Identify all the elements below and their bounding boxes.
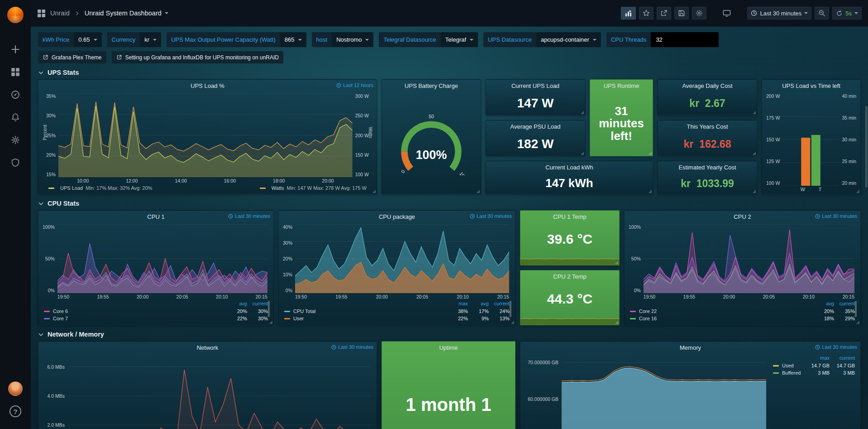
save-button[interactable] <box>674 7 689 19</box>
legend-item-core22[interactable]: Core 2220%35% <box>630 308 855 315</box>
panel-resize-handle[interactable] <box>753 111 756 114</box>
legend-item-used[interactable]: Used14.7 GB14.7 GB <box>773 362 855 369</box>
panel-title[interactable]: UPS Load % Last 12 hours <box>38 80 377 92</box>
legend-scrollbar[interactable] <box>268 301 270 317</box>
user-avatar[interactable] <box>5 378 26 399</box>
legend-item-buffered[interactable]: Buffered3 MB3 MB <box>773 369 855 376</box>
variable-currency: Currency kr <box>107 32 162 47</box>
stat-value: 182 W <box>486 132 585 156</box>
legend-scrollbar[interactable] <box>510 301 511 317</box>
panel-title[interactable]: Memory Last 30 minutes <box>520 342 860 353</box>
link-grafana-plex-theme[interactable]: Grafana Plex Theme <box>38 51 106 63</box>
add-panel-button[interactable] <box>621 7 636 19</box>
panel-resize-handle[interactable] <box>856 190 859 193</box>
panel-resize-handle[interactable] <box>649 152 652 155</box>
legend-item-watts[interactable]: WattsMin: 147 W Max: 278 W Avg: 175 W <box>260 185 367 191</box>
panel-resize-handle[interactable] <box>511 321 514 324</box>
panel-title[interactable]: UPS Load vs Time left <box>762 80 860 92</box>
breadcrumb-app[interactable]: Unraid <box>50 10 70 17</box>
row-header-ups-stats[interactable]: UPS Stats <box>38 69 861 76</box>
cpu2-chart-plot[interactable] <box>644 224 854 293</box>
panel-title[interactable]: Average PSU Load <box>486 121 585 132</box>
help-icon[interactable]: ? <box>5 401 26 422</box>
cpu-package-chart-plot[interactable] <box>295 224 509 293</box>
ups-bars-plot[interactable] <box>782 93 839 186</box>
alerting-bell-icon[interactable] <box>5 107 26 128</box>
panel-title[interactable]: Current Load kWh <box>486 161 653 173</box>
panel-resize-handle[interactable] <box>269 321 272 324</box>
server-admin-shield-icon[interactable] <box>5 152 26 173</box>
panel-title[interactable]: CPU 2 Last 30 minutes <box>625 211 860 222</box>
legend-item-core6[interactable]: Core 620%30% <box>44 308 268 315</box>
cpu-threads-input[interactable] <box>651 32 719 47</box>
explore-compass-icon[interactable] <box>5 84 26 105</box>
variable-value-dropdown[interactable]: Nostromo <box>332 32 373 47</box>
memory-chart-plot[interactable] <box>562 355 766 429</box>
star-button[interactable] <box>639 7 653 19</box>
variable-value-dropdown[interactable]: apcupsd-container <box>536 32 601 47</box>
grafana-logo-icon[interactable] <box>5 5 26 25</box>
battery-gauge-area[interactable]: 0 50 100 100% <box>382 92 481 194</box>
legend-item-core7[interactable]: Core 722%30% <box>44 315 268 322</box>
configuration-gear-icon[interactable] <box>5 130 26 150</box>
panel-resize-handle[interactable] <box>477 190 480 193</box>
panel-title[interactable]: Current UPS Load <box>486 80 585 92</box>
dashboard-title[interactable]: Unraid System Dashboard <box>85 10 168 17</box>
panel-title[interactable]: Uptime <box>382 342 515 353</box>
row-header-network-memory[interactable]: Network / Memory <box>38 331 861 338</box>
panel-cpu1: CPU 1 Last 30 minutes 100%50%0% 19:5019:… <box>38 210 274 325</box>
legend-item-cpu-total[interactable]: CPU Total38%17%24% <box>284 308 510 315</box>
chart-legend: avgcurrent Core 2220%35% Core 1618%29% <box>628 299 857 323</box>
panel-resize-handle[interactable] <box>856 321 859 324</box>
variable-value-dropdown[interactable]: 865 <box>280 32 306 47</box>
panel-title[interactable]: CPU 1 Last 30 minutes <box>38 211 273 222</box>
panel-resize-handle[interactable] <box>753 152 756 155</box>
create-plus-icon[interactable] <box>5 39 26 60</box>
panel-title[interactable]: This Years Cost <box>658 121 757 132</box>
panel-resize-handle[interactable] <box>615 261 618 264</box>
panel-resize-handle[interactable] <box>615 321 618 324</box>
panel-time-badge[interactable]: Last 30 minutes <box>815 344 857 350</box>
cpu1-chart-plot[interactable] <box>57 224 267 293</box>
panel-title[interactable]: CPU 2 Temp <box>520 270 619 282</box>
time-range-picker[interactable]: Last 30 minutes <box>747 7 811 19</box>
panel-resize-handle[interactable] <box>581 152 584 155</box>
panel-title[interactable]: Average Daily Cost <box>658 80 757 92</box>
legend-item-user[interactable]: User22%9%13% <box>284 315 510 322</box>
link-ups-monitoring-guide[interactable]: Setting up Grafana and InfluxDB for UPS … <box>112 51 284 63</box>
legend-item-ups-load[interactable]: UPS LoadMin: 17% Max: 32% Avg: 20% <box>48 185 152 191</box>
legend-scrollbar[interactable] <box>855 301 857 317</box>
panel-title[interactable]: Estimated Yearly Cost <box>658 161 757 173</box>
refresh-button[interactable]: 5s <box>832 7 862 19</box>
panel-resize-handle[interactable] <box>649 190 652 193</box>
dashboards-icon[interactable] <box>5 62 26 82</box>
apps-grid-icon[interactable] <box>37 9 46 18</box>
panel-title[interactable]: UPS Runtime <box>590 80 653 92</box>
ups-stats-panels: UPS Load % Last 12 hours Percent Watts 3… <box>38 79 861 194</box>
share-button[interactable] <box>657 7 671 19</box>
network-chart-plot[interactable] <box>68 355 371 429</box>
chevron-down-icon <box>38 201 44 207</box>
panel-title[interactable]: CPU 1 Temp <box>520 211 619 222</box>
row-header-cpu-stats[interactable]: CPU Stats <box>38 200 861 207</box>
panel-time-badge[interactable]: Last 30 minutes <box>470 213 512 219</box>
panel-time-badge[interactable]: Last 30 minutes <box>228 213 270 219</box>
variable-value-dropdown[interactable]: Telegraf <box>441 32 478 47</box>
panel-time-badge[interactable]: Last 30 minutes <box>815 213 857 219</box>
panel-time-badge[interactable]: Last 30 minutes <box>331 344 373 350</box>
variable-value-dropdown[interactable]: 0.65 <box>74 32 101 47</box>
page-scrollbar[interactable] <box>865 106 868 188</box>
panel-resize-handle[interactable] <box>372 190 376 193</box>
zoom-out-button[interactable] <box>815 7 829 19</box>
panel-time-badge[interactable]: Last 12 hours <box>336 82 373 88</box>
panel-title[interactable]: UPS Battery Charge <box>382 80 481 92</box>
ups-load-chart-plot[interactable] <box>58 93 353 177</box>
panel-title[interactable]: Network Last 30 minutes <box>38 342 377 353</box>
variable-value-dropdown[interactable]: kr <box>140 32 161 47</box>
panel-title[interactable]: CPU package Last 30 minutes <box>279 211 515 222</box>
panel-resize-handle[interactable] <box>753 190 756 193</box>
panel-resize-handle[interactable] <box>581 111 584 114</box>
settings-gear-button[interactable] <box>692 7 706 19</box>
cycle-view-monitor-button[interactable] <box>719 7 734 19</box>
legend-item-core16[interactable]: Core 1618%29% <box>630 315 855 322</box>
